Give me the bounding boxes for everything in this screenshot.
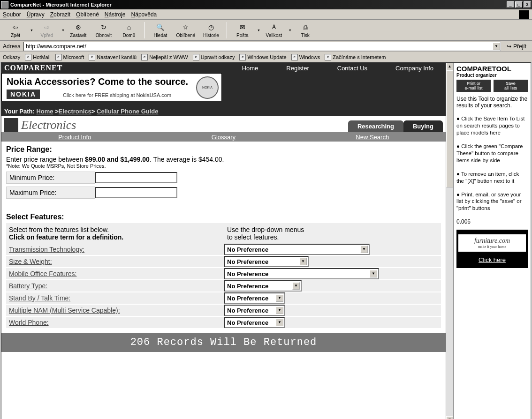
nav-register[interactable]: Register	[286, 65, 309, 72]
nav-company[interactable]: Company Info	[395, 65, 433, 72]
feature-label-link[interactable]: Battery Type:	[9, 282, 47, 290]
print-icon: ⎙	[301, 22, 310, 32]
feature-select[interactable]: No Preference ▼	[224, 280, 302, 292]
search-button[interactable]: 🔍Hledat	[149, 22, 172, 39]
link-winupdate[interactable]: eWindows Update	[239, 54, 286, 60]
features-heading: Select Features:	[6, 213, 441, 221]
rp-footer-ad[interactable]: furniture.com make it your home Click he…	[456, 230, 528, 268]
menu-favorites[interactable]: Oblíbené	[76, 11, 99, 18]
stop-button[interactable]: ⊗Zastavit	[67, 22, 90, 39]
link-editlinks[interactable]: eUpravit odkazy	[193, 54, 235, 60]
category-header: Electronics Researching Buying	[1, 116, 446, 132]
favorites-button[interactable]: ☆Oblíbené	[174, 22, 198, 39]
feature-select[interactable]: No Preference ▼	[224, 256, 309, 267]
menu-tools[interactable]: Nástroje	[105, 11, 126, 18]
go-button[interactable]: ↪Přejít	[504, 43, 529, 50]
menu-edit[interactable]: Úpravy	[27, 11, 45, 18]
price-description: Enter price range between $99.00 and $1,…	[6, 156, 441, 163]
subnav: Product Info Glossary New Search	[1, 132, 446, 142]
feature-select[interactable]: No Preference ▼	[224, 305, 285, 316]
nav-contact[interactable]: Contact Us	[337, 65, 367, 72]
breadcrumb-electronics[interactable]: Electronics	[59, 108, 91, 115]
link-bestof[interactable]: eNejlepší z WWW	[141, 54, 188, 60]
feature-select[interactable]: No Preference ▼	[224, 268, 379, 279]
compare-tool-panel: COMPARETOOL Product organizer Print or e…	[453, 63, 531, 419]
vertical-scrollbar[interactable]: ▲ ▼	[446, 63, 453, 419]
link-hotmail[interactable]: eHotMail	[25, 54, 50, 60]
link-channels[interactable]: eNastavení kanálů	[89, 54, 137, 60]
feature-row: Mobile Office Features: No Preference ▼	[6, 268, 441, 280]
subnav-product-info[interactable]: Product Info	[58, 134, 91, 141]
feature-label-link[interactable]: Multiple NAM (Multi Service Capable):	[9, 307, 120, 314]
minimize-button[interactable]: _	[507, 1, 514, 8]
size-dropdown[interactable]: ▼	[289, 29, 292, 32]
page-icon: e	[291, 54, 298, 60]
tab-researching[interactable]: Researching	[348, 120, 403, 132]
feature-label-link[interactable]: Transmission Technology:	[9, 246, 84, 253]
tab-buying[interactable]: Buying	[403, 120, 443, 132]
link-getstarted[interactable]: eZačínáme s Internetem	[325, 54, 386, 60]
feature-label-link[interactable]: Size & Weight:	[9, 258, 52, 265]
forward-dropdown[interactable]: ▼	[61, 29, 65, 32]
records-count: 206 Records Will Be Returned	[1, 333, 446, 352]
breadcrumb: Your Path: Home >Electronics> Cellular P…	[1, 107, 446, 116]
size-button[interactable]: ＡVelikost	[262, 22, 286, 39]
subnav-glossary[interactable]: Glossary	[212, 134, 236, 141]
forward-button[interactable]: ⇨Vpřed	[35, 22, 59, 39]
features-instructions: Select from the features list below. Cli…	[6, 223, 441, 244]
feature-select-value: No Preference	[227, 295, 268, 302]
address-dropdown[interactable]: ▼	[493, 43, 500, 50]
rp-title: COMPARETOOL	[456, 65, 528, 73]
feature-select[interactable]: No Preference ▼	[224, 317, 285, 328]
back-icon: ⇦	[11, 22, 20, 32]
scroll-thumb[interactable]	[446, 70, 453, 187]
rp-click-here[interactable]: Click here	[479, 256, 506, 263]
close-button[interactable]: X	[524, 1, 531, 8]
history-button[interactable]: ◷Historie	[199, 22, 223, 39]
menu-file[interactable]: Soubor	[3, 11, 21, 18]
main-content: COMPARENET Home Register Contact Us Comp…	[1, 63, 446, 419]
maximize-button[interactable]: □	[515, 1, 523, 8]
furniture-logo: furniture.com make it your home	[458, 234, 526, 252]
tabs: Researching Buying	[348, 120, 443, 132]
menu-help[interactable]: Nápověda	[131, 11, 157, 18]
refresh-button[interactable]: ↻Obnovit	[92, 22, 115, 39]
subnav-new-search[interactable]: New Search	[356, 134, 389, 141]
nav-home[interactable]: Home	[242, 65, 258, 72]
print-email-button[interactable]: Print or e-mail list	[456, 80, 491, 92]
banner-ad[interactable]: Nokia Accessories? Come to the source. N…	[1, 73, 222, 101]
feature-select-value: No Preference	[227, 319, 268, 326]
mail-dropdown[interactable]: ▼	[257, 29, 260, 32]
scroll-track[interactable]	[446, 70, 453, 416]
breadcrumb-home[interactable]: Home	[36, 108, 53, 115]
link-microsoft[interactable]: eMicrosoft	[55, 54, 84, 60]
link-windows[interactable]: eWindows	[291, 54, 320, 60]
scroll-up-button[interactable]: ▲	[446, 63, 453, 70]
forward-icon: ⇨	[42, 22, 52, 32]
home-button[interactable]: ⌂Domů	[117, 22, 141, 39]
scroll-down-button[interactable]: ▼	[446, 416, 453, 419]
ad-title: Nokia Accessories? Come to the source.	[7, 76, 217, 87]
address-input[interactable]	[23, 42, 501, 51]
links-bar: Odkazy eHotMail eMicrosoft eNastavení ka…	[0, 52, 532, 62]
feature-select[interactable]: No Preference ▼	[224, 292, 285, 304]
mail-button[interactable]: ✉Pošta	[231, 22, 254, 39]
address-bar: Adresa ▼ ↪Přejít	[0, 41, 532, 52]
page-icon: e	[239, 54, 246, 60]
feature-label-link[interactable]: Stand By / Talk Time:	[9, 294, 70, 302]
back-button[interactable]: ⇦Zpět	[4, 22, 27, 39]
min-price-input[interactable]	[95, 172, 177, 183]
back-dropdown[interactable]: ▼	[30, 29, 33, 32]
price-heading: Price Range:	[6, 145, 441, 154]
print-button[interactable]: ⎙Tisk	[294, 22, 317, 39]
feature-label-link[interactable]: Mobile Office Features:	[9, 270, 76, 277]
menu-view[interactable]: Zobrazit	[50, 11, 70, 18]
breadcrumb-guide[interactable]: Cellular Phone Guide	[97, 108, 158, 115]
feature-select[interactable]: No Preference ▼	[224, 244, 370, 255]
max-price-input[interactable]	[95, 187, 177, 198]
search-form: Price Range: Enter price range between $…	[1, 142, 446, 333]
site-logo: COMPARENET	[4, 64, 62, 72]
feature-label-link[interactable]: World Phone:	[9, 319, 49, 326]
save-lists-button[interactable]: Save all lists	[494, 80, 528, 92]
feature-select-value: No Preference	[227, 307, 268, 314]
